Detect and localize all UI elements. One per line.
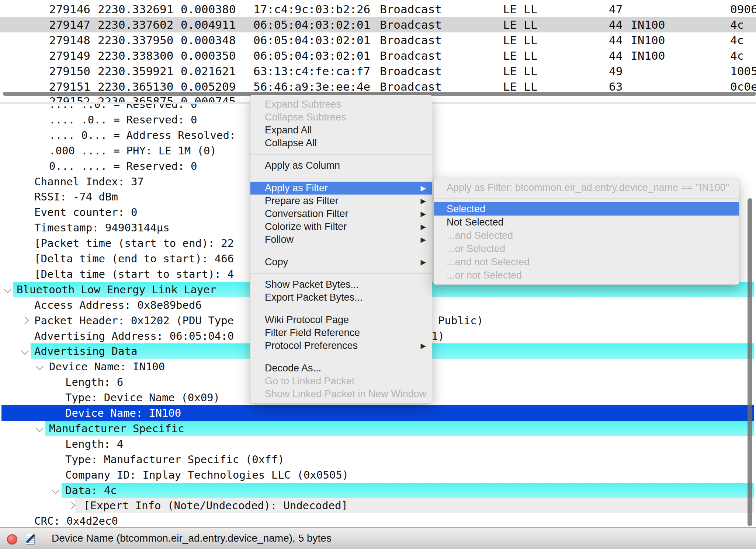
submenu-arrow-icon: ▶ xyxy=(420,233,426,246)
menu-item-label: Collapse All xyxy=(265,137,317,148)
cell-info: 1005 xyxy=(730,63,756,79)
menu-item-label: ...and not Selected xyxy=(447,256,530,267)
cell-time: 2230.338300 xyxy=(98,48,173,63)
menu-item-collapse-all[interactable]: Collapse All xyxy=(250,137,432,150)
menu-item-label: ...or not Selected xyxy=(447,270,522,281)
menu-item-show-packet-bytes[interactable]: Show Packet Bytes... xyxy=(250,278,432,291)
cell-destination: Broadcast xyxy=(380,32,442,48)
tree-row[interactable]: [Expert Info (Note/Undecoded): Undecoded… xyxy=(0,498,756,513)
cell-protocol: LE LL xyxy=(503,17,537,32)
cell-protocol: LE LL xyxy=(503,32,537,48)
packet-row[interactable]: 2791482230.3379500.00034806:05:04:03:02:… xyxy=(0,32,756,48)
cell-source: 17:c4:9c:03:b2:26 xyxy=(253,1,370,17)
menu-item-label: Expand Subtrees xyxy=(265,99,341,110)
tree-row[interactable]: Company ID: Inplay Technologies LLC (0x0… xyxy=(0,467,756,483)
menu-item-label: Follow xyxy=(265,234,294,245)
submenu-item-and-selected: ...and Selected xyxy=(434,229,739,242)
menu-item-label: Not Selected xyxy=(447,217,504,228)
packet-row[interactable]: 2791472230.3376020.00491106:05:04:03:02:… xyxy=(0,17,756,32)
cell-time: 2230.337602 xyxy=(98,17,173,32)
tree-row[interactable]: Type: Manufacturer Specific (0xff) xyxy=(0,452,756,467)
chevron-down-icon[interactable] xyxy=(36,424,44,432)
packet-row[interactable]: 2791492230.3383000.00035006:05:04:03:02:… xyxy=(0,48,756,63)
cell-length: 44 xyxy=(609,17,623,32)
menu-item-expand-all[interactable]: Expand All xyxy=(250,124,432,137)
tree-row-label: [Expert Info (Note/Undecoded): Undecoded… xyxy=(84,498,348,513)
tree-row-label: Packet Header: 0x1202 (PDU Type xyxy=(34,313,234,328)
capture-comment-icon[interactable] xyxy=(25,533,37,545)
tree-row-label-continued: 1) xyxy=(431,328,444,344)
tree-row[interactable]: Length: 4 xyxy=(0,436,756,452)
cell-length: 47 xyxy=(609,1,623,17)
packet-row[interactable]: 2791462230.3326910.00038017:c4:9c:03:b2:… xyxy=(0,1,756,17)
tree-row[interactable]: Device Name: IN100 xyxy=(0,405,756,421)
cell-destination: Broadcast xyxy=(380,1,442,17)
chevron-right-icon[interactable] xyxy=(67,501,75,509)
menu-item-label: Filter Field Reference xyxy=(265,327,360,338)
tree-row-label: Type: Device Name (0x09) xyxy=(65,390,220,405)
cell-info: 4c xyxy=(730,17,744,32)
chevron-down-icon[interactable] xyxy=(21,347,29,355)
menu-item-label: Apply as Column xyxy=(265,160,340,171)
menu-item-copy[interactable]: Copy▶ xyxy=(250,256,432,269)
menu-item-label: Export Packet Bytes... xyxy=(265,292,363,303)
cell-time: 2230.365875 xyxy=(98,97,173,102)
menu-item-label: Copy xyxy=(265,256,288,267)
submenu-item-not-selected[interactable]: Not Selected xyxy=(434,216,739,229)
tree-row-label: .... ..0. = Reserved: 0 xyxy=(49,104,197,112)
tree-row-label: .... .0.. = Reserved: 0 xyxy=(49,112,197,127)
tree-row-label: Access Address: 0x8e89bed6 xyxy=(34,297,202,313)
menu-item-apply-as-column[interactable]: Apply as Column xyxy=(250,159,432,172)
menu-item-wiki-protocol-page[interactable]: Wiki Protocol Page xyxy=(250,314,432,326)
tree-row-label: Length: 4 xyxy=(65,436,123,452)
pane-left-border xyxy=(1,0,1,527)
menu-item-conversation-filter[interactable]: Conversation Filter▶ xyxy=(250,207,432,220)
tree-row-label-continued: Public) xyxy=(438,313,483,328)
menu-item-decode-as[interactable]: Decode As... xyxy=(250,362,432,375)
cell-delta: 0.004911 xyxy=(181,17,236,32)
menu-item-protocol-preferences[interactable]: Protocol Preferences▶ xyxy=(250,339,432,352)
expert-status-dot-icon[interactable] xyxy=(7,534,17,545)
tree-row-label: RSSI: -74 dBm xyxy=(34,189,118,204)
menu-item-label: Apply as Filter: btcommon.eir_ad.entry.d… xyxy=(447,182,729,193)
cell-delta: 0.000350 xyxy=(181,48,236,63)
cell-length: 44 xyxy=(609,32,623,48)
menu-item-prepare-as-filter[interactable]: Prepare as Filter▶ xyxy=(250,195,432,207)
tree-row[interactable]: CRC: 0x4d2ec0 xyxy=(0,513,756,527)
submenu-arrow-icon: ▶ xyxy=(420,256,426,269)
chevron-down-icon[interactable] xyxy=(36,363,44,370)
tree-row-label: Type: Manufacturer Specific (0xff) xyxy=(65,452,284,467)
menu-item-label: Prepare as Filter xyxy=(265,195,339,206)
tree-row[interactable]: Data: 4c xyxy=(0,483,756,498)
cell-source: 06:05:04:03:02:01 xyxy=(253,48,370,63)
tree-row-label: Bluetooth Low Energy Link Layer xyxy=(17,282,216,297)
cell-info: 4c xyxy=(730,48,744,63)
tree-row[interactable]: Manufacturer Specific xyxy=(0,421,756,436)
submenu-arrow-icon: ▶ xyxy=(420,220,426,233)
cell-protocol: LE LL xyxy=(503,63,537,79)
menu-item-filter-field-reference[interactable]: Filter Field Reference xyxy=(250,326,432,339)
submenu-item-selected[interactable]: Selected xyxy=(434,202,739,216)
tree-row-label: [Delta time (start to start): 4 xyxy=(34,266,234,282)
menu-item-label: Wiki Protocol Page xyxy=(265,314,349,325)
menu-item-label: Show Linked Packet in New Window xyxy=(265,388,426,399)
tree-row-label: [Packet time (start to end): 22 xyxy=(34,235,234,251)
tree-row-label: Event counter: 0 xyxy=(34,204,137,220)
field-highlight-band xyxy=(62,483,754,498)
chevron-down-icon[interactable] xyxy=(4,286,11,293)
chevron-down-icon[interactable] xyxy=(52,486,59,494)
chevron-right-icon[interactable] xyxy=(21,317,29,324)
cell-source: 06:05:04:03:02:01 xyxy=(253,32,370,48)
cell-device_name: IN100 xyxy=(631,32,665,48)
menu-item-export-packet-bytes[interactable]: Export Packet Bytes... xyxy=(250,291,432,304)
menu-separator xyxy=(434,194,739,202)
menu-separator xyxy=(250,269,432,278)
menu-item-label: Collapse Subtrees xyxy=(265,112,346,123)
vertical-scrollbar-thumb[interactable] xyxy=(748,198,752,526)
menu-item-follow[interactable]: Follow▶ xyxy=(250,233,432,246)
menu-item-label: Decode As... xyxy=(265,363,321,374)
packet-row[interactable]: 2791502230.3599210.02162163:13:c4:fe:ca:… xyxy=(0,63,756,79)
menu-item-colorize-with-filter[interactable]: Colorize with Filter▶ xyxy=(250,220,432,233)
menu-item-apply-as-filter[interactable]: Apply as Filter▶ xyxy=(250,182,432,195)
menu-separator xyxy=(250,172,432,182)
